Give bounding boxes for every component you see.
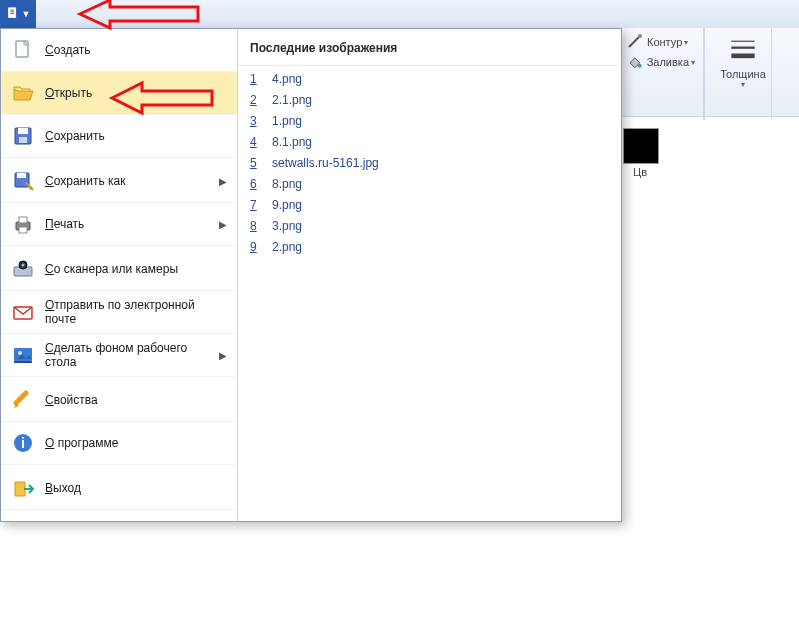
- recent-index: 3: [250, 114, 264, 128]
- svg-rect-23: [14, 361, 32, 363]
- svg-rect-17: [19, 227, 27, 233]
- menu-item-label: Со сканера или камеры: [45, 262, 227, 276]
- svg-rect-11: [18, 128, 28, 134]
- recent-item[interactable]: 79.png: [250, 198, 606, 219]
- chevron-down-icon: ▾: [684, 38, 688, 47]
- menu-item-mail[interactable]: Отправить по электронной почте: [1, 291, 237, 334]
- menu-item-label: Выход: [45, 481, 227, 495]
- ribbon-group-shape-style: Контур ▾ Заливка ▾: [619, 28, 704, 120]
- submenu-arrow-icon: ▶: [219, 176, 227, 187]
- recent-index: 5: [250, 156, 264, 170]
- recent-index: 7: [250, 198, 264, 212]
- title-bar: ▼: [0, 0, 799, 29]
- menu-item-label: Сохранить: [45, 129, 227, 143]
- open-icon: [11, 81, 35, 105]
- recent-item[interactable]: 92.png: [250, 240, 606, 261]
- menu-item-about[interactable]: iО программе: [1, 422, 237, 465]
- recent-item[interactable]: 68.png: [250, 177, 606, 198]
- menu-item-label: О программе: [45, 436, 227, 450]
- recent-index: 4: [250, 135, 264, 149]
- recent-item[interactable]: 14.png: [250, 72, 606, 93]
- chevron-down-icon: ▼: [22, 9, 31, 19]
- outline-button[interactable]: Контур ▾: [627, 32, 695, 52]
- saveas-icon: [11, 169, 35, 193]
- svg-point-20: [22, 264, 25, 267]
- recent-filename: 8.1.png: [272, 135, 312, 149]
- svg-rect-7: [731, 47, 754, 49]
- svg-rect-0: [8, 8, 15, 18]
- thickness-label: Толщина: [720, 68, 766, 80]
- recent-filename: 3.png: [272, 219, 302, 233]
- ribbon-group-thickness: Толщина ▾: [704, 28, 772, 120]
- recent-filename: 4.png: [272, 72, 302, 86]
- about-icon: i: [11, 431, 35, 455]
- recent-item[interactable]: 5setwalls.ru-5161.jpg: [250, 156, 606, 177]
- color-swatch-black: [623, 128, 659, 164]
- ribbon-right-fragment: Контур ▾ Заливка ▾ Толщина ▾ Цв: [618, 28, 799, 117]
- menu-item-props[interactable]: Свойства: [1, 379, 237, 422]
- file-dropdown-menu: СоздатьОткрытьСохранитьСохранить как▶Печ…: [0, 28, 622, 522]
- menu-item-label: Сохранить как: [45, 174, 215, 188]
- fill-button[interactable]: Заливка ▾: [627, 52, 695, 72]
- menu-item-open[interactable]: Открыть: [1, 72, 237, 115]
- recent-index: 6: [250, 177, 264, 191]
- submenu-arrow-icon: ▶: [219, 219, 227, 230]
- exit-icon: [11, 476, 35, 500]
- recent-filename: 2.1.png: [272, 93, 312, 107]
- menu-item-wallpaper[interactable]: Сделать фоном рабочего стола▶: [1, 334, 237, 377]
- bucket-icon: [627, 54, 643, 70]
- svg-rect-1: [10, 10, 14, 11]
- menu-item-label: Печать: [45, 217, 215, 231]
- document-icon: [6, 7, 20, 21]
- recent-item[interactable]: 83.png: [250, 219, 606, 240]
- props-icon: [11, 388, 35, 412]
- svg-rect-14: [17, 173, 26, 178]
- file-menu-button[interactable]: ▼: [0, 0, 36, 28]
- recent-list: 14.png22.1.png31.png48.1.png5setwalls.ru…: [238, 66, 618, 267]
- quick-access-bar: [36, 0, 799, 29]
- recent-index: 8: [250, 219, 264, 233]
- menu-item-label: Отправить по электронной почте: [45, 298, 227, 326]
- svg-rect-16: [19, 217, 27, 223]
- recent-index: 1: [250, 72, 264, 86]
- svg-rect-8: [731, 54, 754, 59]
- color-button[interactable]: Цв: [623, 128, 657, 178]
- recent-item[interactable]: 22.1.png: [250, 93, 606, 114]
- print-icon: [11, 212, 35, 236]
- menu-item-save[interactable]: Сохранить: [1, 115, 237, 158]
- thickness-button[interactable]: Толщина ▾: [713, 32, 773, 112]
- menu-item-scanner[interactable]: Со сканера или камеры: [1, 248, 237, 291]
- svg-rect-2: [10, 11, 14, 12]
- menu-item-label: Сделать фоном рабочего стола: [45, 341, 215, 369]
- svg-point-24: [18, 351, 22, 355]
- menu-item-saveas[interactable]: Сохранить как▶: [1, 160, 237, 203]
- scanner-icon: [11, 257, 35, 281]
- chevron-down-icon: ▾: [691, 58, 695, 67]
- chevron-down-icon: ▾: [741, 80, 745, 89]
- menu-item-print[interactable]: Печать▶: [1, 203, 237, 246]
- svg-point-5: [638, 64, 642, 68]
- svg-rect-6: [731, 41, 754, 42]
- menu-item-label: Создать: [45, 43, 227, 57]
- recent-filename: 2.png: [272, 240, 302, 254]
- submenu-arrow-icon: ▶: [219, 350, 227, 361]
- recent-index: 9: [250, 240, 264, 254]
- save-icon: [11, 124, 35, 148]
- recent-item[interactable]: 31.png: [250, 114, 606, 135]
- svg-point-4: [638, 34, 642, 38]
- menu-item-new[interactable]: Создать: [1, 29, 237, 72]
- wallpaper-icon: [11, 343, 35, 367]
- new-icon: [11, 38, 35, 62]
- recent-index: 2: [250, 93, 264, 107]
- outline-icon: [627, 34, 643, 50]
- menu-item-label: Свойства: [45, 393, 227, 407]
- recent-filename: 1.png: [272, 114, 302, 128]
- recent-item[interactable]: 48.1.png: [250, 135, 606, 156]
- menu-item-exit[interactable]: Выход: [1, 467, 237, 510]
- svg-rect-22: [14, 348, 32, 361]
- svg-rect-12: [19, 137, 27, 143]
- recent-filename: 8.png: [272, 177, 302, 191]
- color-label: Цв: [623, 166, 657, 178]
- svg-rect-3: [10, 13, 14, 14]
- thickness-icon: [729, 36, 757, 64]
